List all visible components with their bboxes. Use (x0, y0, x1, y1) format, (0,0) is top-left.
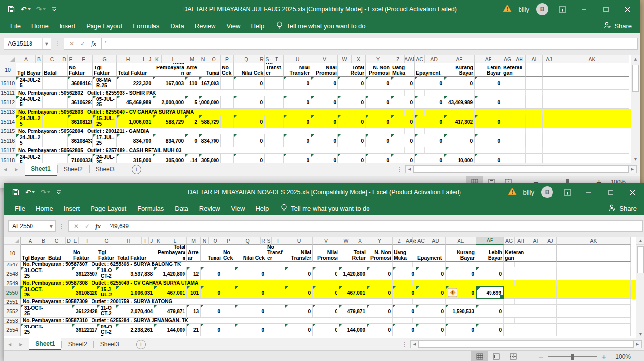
cell-tgl_faktur-2550[interactable]: 15-JUL-25 (97, 286, 116, 299)
column-header-N[interactable]: N (199, 55, 207, 63)
ribbon-tab-view[interactable]: View (221, 19, 245, 33)
cell-AE-15111[interactable] (444, 90, 475, 96)
cell-lebih_bayar-15110[interactable]: 0 (475, 77, 502, 90)
cell-AD-15113[interactable] (425, 109, 444, 115)
cell-batal-2550[interactable] (47, 286, 72, 299)
column-header-AB[interactable]: AB (411, 55, 415, 63)
column-header-G[interactable]: G (97, 237, 116, 245)
ribbon-tab-file[interactable]: File (9, 201, 31, 215)
cell-nilai_promosi-15118[interactable]: 0 (311, 154, 338, 163)
cell-Z-15113[interactable] (391, 109, 405, 115)
page-layout-view-button[interactable] (488, 351, 505, 361)
cell-tunai-15112[interactable]: 2,000,000 (199, 96, 221, 109)
column-header-N[interactable]: N (201, 237, 209, 245)
cell-keterangan-2548[interactable] (504, 267, 527, 280)
cell-epayment-15112[interactable]: 0 (415, 96, 444, 109)
cell-arrear-2548[interactable]: 12 (187, 267, 201, 280)
column-header-U[interactable]: U (284, 55, 311, 63)
close-icon[interactable] (625, 185, 640, 199)
cell-Y-15113[interactable] (366, 109, 391, 115)
cell-epayment-15114[interactable]: 0 (415, 115, 444, 128)
column-header-AK[interactable]: AK (557, 237, 631, 245)
column-header-B[interactable]: B (40, 237, 47, 245)
cell-AI-2547[interactable] (527, 262, 544, 267)
cell-col_ak-15114[interactable] (555, 115, 629, 128)
field-header-col_ak[interactable] (555, 63, 629, 77)
cell-tgl_bayar-2554[interactable]: 31-OCT-25 (21, 324, 47, 336)
cell-arrear-15114[interactable]: 2 (185, 115, 199, 128)
column-header-F[interactable]: F (74, 55, 93, 63)
cell-nilai_transfer-15114[interactable]: 0 (284, 115, 311, 128)
field-header-nilai_promosi[interactable]: Nilai Promosi (311, 63, 338, 77)
cell-total_faktur-15116[interactable]: 834,700 (117, 134, 153, 147)
cell-total_faktur-15118[interactable]: 315,000 (117, 154, 153, 163)
cell-lebih_bayar-2550[interactable]: 49,699 (476, 286, 504, 299)
cell-AH-15117[interactable] (513, 147, 526, 154)
column-header-AG[interactable]: AG (504, 237, 515, 245)
cell-total_retur-15118[interactable]: 0 (338, 154, 366, 163)
column-header-X[interactable]: X (352, 55, 366, 63)
scroll-left-icon[interactable]: ◀ (411, 342, 418, 346)
cell-keterangan-15112[interactable] (502, 96, 526, 109)
cell-total_faktur-15114[interactable]: 1,006,031 (117, 115, 153, 128)
tab-splitter-dots[interactable]: ⋮ (397, 166, 402, 173)
column-header-X[interactable]: X (353, 237, 367, 245)
cell-AB-15117[interactable] (411, 147, 415, 154)
cell-n_non_promosi-2552[interactable]: 0 (367, 305, 393, 318)
ribbon-tab-home[interactable]: Home (26, 19, 54, 33)
cell-AG-2551[interactable] (504, 299, 515, 305)
cell-AF-2553[interactable] (476, 318, 504, 324)
cell-total_retur-2554[interactable]: 144,000 (339, 324, 367, 336)
cell-no_faktur-2550[interactable]: 36108120 (72, 286, 97, 299)
avatar[interactable]: B (541, 186, 553, 198)
vertical-scrollbar[interactable]: ▲ ▼ (631, 55, 640, 163)
cell-tgl_bayar-2550[interactable]: 31-OCT-25 (21, 286, 47, 299)
cell-no_transfer-15110[interactable] (265, 77, 284, 90)
scroll-right-icon[interactable]: ▶ (634, 342, 641, 346)
payment-group-row-2549[interactable]: No. Pembayaran : 50587308 Outlet : 62550… (21, 280, 367, 286)
cell-col_ai-2554[interactable] (527, 324, 544, 336)
cell-uang_muka-15116[interactable]: 0 (391, 134, 415, 147)
ribbon-tab-insert[interactable]: Insert (54, 19, 81, 33)
column-header-AD[interactable]: AD (425, 55, 444, 63)
cell-keterangan-15110[interactable] (502, 77, 526, 90)
cell-tunai-15114[interactable]: 588,729 (199, 115, 221, 128)
field-header-tgl_faktur[interactable]: Tgl Faktur (93, 63, 117, 77)
tab-splitter-dots[interactable]: ⋮ (402, 341, 407, 348)
cell-total_faktur-2550[interactable]: 1,006,031 (116, 286, 154, 299)
cell-total_faktur-2554[interactable]: 2,238,261 (116, 324, 154, 336)
cell-no_cek-15114[interactable] (221, 115, 234, 128)
cell-col_ai-15116[interactable] (526, 134, 543, 147)
cell-nilai_cek-2552[interactable]: 0 (235, 305, 266, 318)
column-header-S[interactable]: S (266, 237, 272, 245)
column-header-K[interactable]: K (153, 55, 162, 63)
cell-AE-15113[interactable] (444, 109, 475, 115)
cell-nilai_promosi-2554[interactable]: 0 (313, 324, 339, 336)
cell-total_faktur-15112[interactable]: 45,469,989 (117, 96, 153, 109)
cell-total_pembayaran-2552[interactable]: 479,871 (154, 305, 187, 318)
scroll-down-icon[interactable]: ▼ (631, 155, 640, 163)
cell-col_aj-2548[interactable] (544, 267, 557, 280)
cell-AK-2547[interactable] (557, 262, 631, 267)
column-header-L[interactable]: L (162, 55, 185, 63)
cell-Z-15115[interactable] (391, 128, 405, 134)
cell-AJ-2553[interactable] (544, 318, 557, 324)
field-header-total_pembayaran[interactable]: Total Pembayaran (154, 245, 187, 262)
cell-AE-15117[interactable] (444, 147, 475, 154)
column-header-R[interactable]: R (261, 237, 266, 245)
cell-nilai_transfer-15118[interactable]: 0 (284, 154, 311, 163)
cell-n_non_promosi-15112[interactable]: 0 (366, 96, 391, 109)
cell-total_retur-15114[interactable]: 0 (338, 115, 366, 128)
sheet-tab-sheet1[interactable]: Sheet1 (25, 163, 57, 176)
cell-no_transfer-2552[interactable] (266, 305, 285, 318)
cell-AD-15117[interactable] (425, 147, 444, 154)
select-all-corner[interactable] (4, 237, 21, 245)
cell-AI-15113[interactable] (526, 109, 543, 115)
cell-no_faktur-15112[interactable]: 36106297 (68, 96, 93, 109)
cell-tgl_faktur-15118[interactable]: 24-JUL-25 (93, 154, 117, 163)
cell-col_ak-15118[interactable] (555, 154, 629, 163)
cell-epayment-2548[interactable]: 0 (416, 267, 446, 280)
cell-no_transfer-15118[interactable] (265, 154, 284, 163)
vertical-scroll-thumb[interactable] (632, 65, 639, 92)
name-box-caret-icon[interactable]: ▼ (42, 38, 51, 49)
